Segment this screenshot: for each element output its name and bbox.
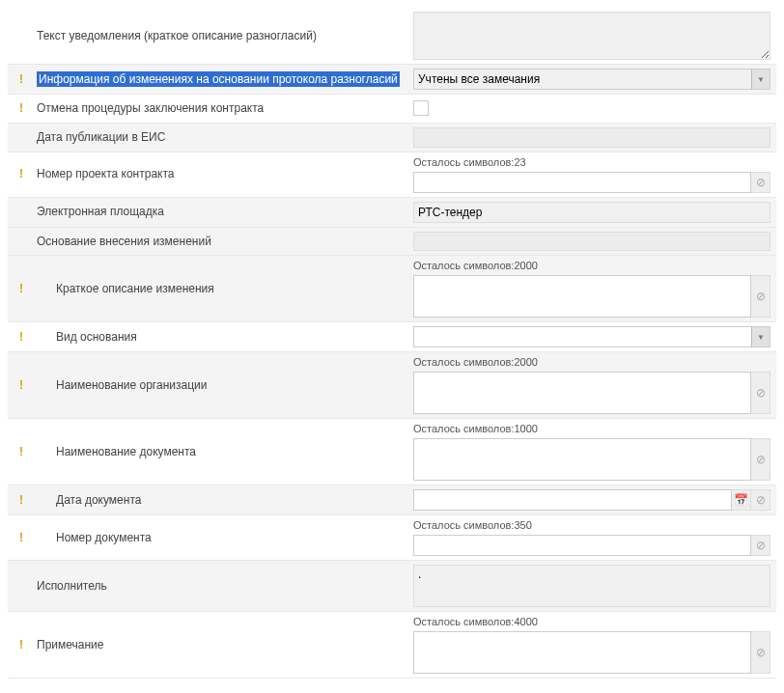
platform-field <box>413 202 770 223</box>
label: Электронная площадка <box>37 204 164 220</box>
executor-field: . <box>413 565 770 607</box>
row-note: ! Примечание Осталось символов:4000 ⊘ <box>8 612 776 679</box>
cancel-proc-checkbox[interactable] <box>413 100 429 116</box>
calendar-icon[interactable]: 📅 <box>732 489 751 511</box>
label: Текст уведомления (краткое описание разн… <box>37 28 317 44</box>
char-counter: Осталось символов:2000 <box>413 356 770 370</box>
row-change-basis: ! Основание внесения изменений <box>8 228 776 257</box>
note-field[interactable] <box>413 631 751 674</box>
block-icon[interactable]: ⊘ <box>751 535 770 556</box>
row-change-desc: ! Краткое описание изменения Осталось си… <box>8 256 776 322</box>
label: Исполнитель <box>37 578 107 595</box>
marker: ! <box>19 444 33 460</box>
label: Наименование документа <box>37 444 196 460</box>
marker: ! <box>19 166 33 182</box>
block-icon[interactable]: ⊘ <box>751 275 770 318</box>
row-platform: ! Электронная площадка <box>8 198 776 228</box>
label: Примечание <box>37 637 103 653</box>
row-doc-name: ! Наименование документа Осталось символ… <box>8 419 776 485</box>
row-doc-num: ! Номер документа Осталось символов:350 … <box>8 515 776 561</box>
label: Основание внесения изменений <box>37 234 211 250</box>
marker: ! <box>19 377 33 394</box>
org-name-field[interactable] <box>413 372 751 414</box>
marker: ! <box>19 492 33 509</box>
label: Наименование организации <box>37 377 207 394</box>
char-counter: Осталось символов:350 <box>413 519 770 533</box>
marker: ! <box>19 71 33 88</box>
label: Дата публикации в ЕИС <box>37 129 165 146</box>
marker: ! <box>19 578 33 595</box>
block-icon[interactable]: ⊘ <box>751 489 770 511</box>
row-basis-type: ! Вид основания ▼ <box>8 322 776 352</box>
char-counter: Осталось символов:4000 <box>413 616 770 629</box>
block-icon[interactable]: ⊘ <box>751 438 770 481</box>
doc-date-field[interactable] <box>413 489 732 511</box>
change-desc-field[interactable] <box>413 275 751 318</box>
label: Вид основания <box>37 329 137 346</box>
row-cancel-proc: ! Отмена процедуры заключения контракта <box>8 95 776 124</box>
marker: ! <box>19 329 33 346</box>
label: Краткое описание изменения <box>37 281 214 297</box>
marker: ! <box>19 234 33 250</box>
marker: ! <box>19 100 33 117</box>
row-doc-date: ! Дата документа 📅 ⊘ <box>8 485 776 515</box>
marker: ! <box>19 530 33 546</box>
eis-date-field <box>413 127 770 148</box>
label: Номер проекта контракта <box>37 166 175 182</box>
char-counter: Осталось символов:23 <box>413 156 770 170</box>
row-notif-text: ! Текст уведомления (краткое описание ра… <box>8 8 776 65</box>
row-executor: ! Исполнитель . <box>8 561 776 612</box>
char-counter: Осталось символов:2000 <box>413 260 770 273</box>
label: Отмена процедуры заключения контракта <box>37 100 264 117</box>
char-counter: Осталось символов:1000 <box>413 423 770 436</box>
doc-name-field[interactable] <box>413 438 751 481</box>
marker: ! <box>19 637 33 653</box>
row-eis-date: ! Дата публикации в ЕИС <box>8 124 776 152</box>
block-icon[interactable]: ⊘ <box>751 172 770 193</box>
row-changes-info: ! Информация об изменениях на основании … <box>8 65 776 95</box>
marker: ! <box>19 204 33 220</box>
block-icon[interactable]: ⊘ <box>751 631 770 674</box>
row-org-name: ! Наименование организации Осталось симв… <box>8 352 776 419</box>
basis-type-select[interactable] <box>413 326 770 347</box>
doc-num-field[interactable] <box>413 535 751 556</box>
change-basis-field <box>413 232 770 252</box>
label-highlighted: Информация об изменениях на основании пр… <box>37 71 400 88</box>
row-project-num: ! Номер проекта контракта Осталось симво… <box>8 152 776 198</box>
project-num-field[interactable] <box>413 172 751 193</box>
marker: ! <box>19 28 33 44</box>
label: Номер документа <box>37 530 152 546</box>
marker: ! <box>19 281 33 297</box>
form-table: ! Текст уведомления (краткое описание ра… <box>8 8 776 679</box>
block-icon[interactable]: ⊘ <box>751 372 770 414</box>
notif-text-field[interactable] <box>413 12 770 60</box>
label: Дата документа <box>37 492 141 509</box>
changes-info-select[interactable]: Учтены все замечания <box>413 69 770 90</box>
marker: ! <box>19 129 33 146</box>
